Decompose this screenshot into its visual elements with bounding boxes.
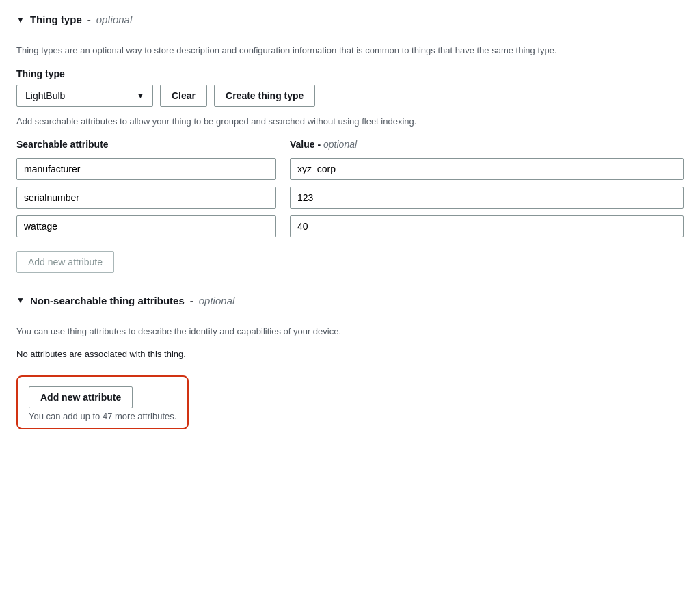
collapse-triangle-icon: ▼ (16, 15, 25, 25)
no-attributes-message: No attributes are associated with this t… (16, 349, 684, 359)
non-searchable-title: Non-searchable thing attributes (30, 295, 185, 306)
clear-button[interactable]: Clear (160, 85, 207, 107)
value-input-1[interactable] (290, 187, 684, 209)
thing-type-section-header: ▼ Thing type - optional (16, 14, 684, 34)
add-attribute-highlighted-container: Add new attribute You can add up to 47 m… (16, 375, 189, 429)
section-optional-label: optional (96, 14, 133, 25)
thing-type-selected-value: LightBulb (25, 90, 65, 101)
searchable-attributes-description: Add searchable attributes to allow your … (16, 116, 684, 127)
dropdown-arrow-icon: ▼ (137, 92, 144, 100)
thing-type-dropdown[interactable]: LightBulb ▼ (16, 85, 153, 107)
non-searchable-description: You can use thing attributes to describe… (16, 325, 684, 339)
collapse-triangle-icon-2: ▼ (16, 295, 25, 305)
col-value-header: Value - optional (290, 139, 684, 150)
value-input-0[interactable] (290, 158, 684, 180)
col-attribute-header: Searchable attribute (16, 139, 276, 150)
non-searchable-separator: - (190, 295, 193, 306)
attribute-input-2[interactable] (16, 215, 276, 237)
thing-type-controls: LightBulb ▼ Clear Create thing type (16, 85, 684, 107)
add-searchable-attribute-button[interactable]: Add new attribute (16, 251, 114, 273)
section-title-separator: - (88, 14, 91, 25)
non-searchable-optional-label: optional (199, 295, 235, 306)
attributes-grid-header: Searchable attribute Value - optional (16, 139, 684, 155)
value-input-2[interactable] (290, 215, 684, 237)
attribute-input-1[interactable] (16, 187, 276, 209)
attributes-list (16, 158, 684, 244)
thing-type-field-label: Thing type (16, 68, 684, 79)
thing-type-section: ▼ Thing type - optional Thing types are … (16, 14, 684, 273)
non-searchable-section-header: ▼ Non-searchable thing attributes - opti… (16, 295, 684, 315)
thing-type-description: Thing types are an optional way to store… (16, 44, 684, 57)
section-title: Thing type (30, 14, 82, 25)
attribute-input-0[interactable] (16, 158, 276, 180)
add-non-searchable-attribute-button[interactable]: Add new attribute (29, 386, 133, 408)
attribute-limit-text: You can add up to 47 more attributes. (29, 411, 176, 421)
create-thing-type-button[interactable]: Create thing type (214, 85, 315, 107)
non-searchable-section: ▼ Non-searchable thing attributes - opti… (16, 295, 684, 430)
